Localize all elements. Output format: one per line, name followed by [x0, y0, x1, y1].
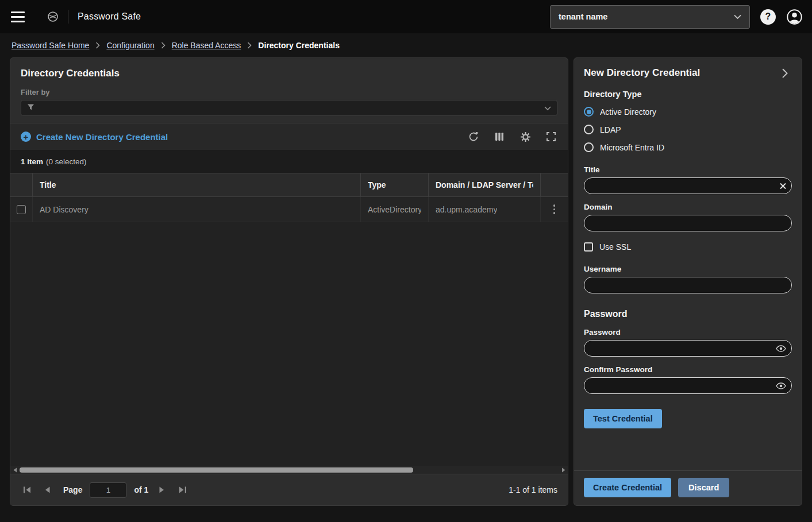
filter-by-label: Filter by [21, 88, 557, 96]
collapse-panel-button[interactable] [778, 66, 792, 80]
radio-label: Microsoft Entra ID [600, 143, 664, 152]
radio-label: LDAP [600, 125, 621, 134]
discard-button[interactable]: Discard [678, 478, 729, 497]
previous-page-button[interactable] [41, 484, 53, 496]
title-field-wrap [584, 177, 792, 194]
create-new-directory-credential-button[interactable]: + Create New Directory Credential [21, 132, 168, 142]
chevron-down-icon[interactable] [544, 103, 551, 113]
column-header-title-label: Title [40, 180, 56, 190]
grid-empty-area [10, 222, 568, 466]
radio-ldap[interactable]: LDAP [584, 125, 792, 134]
radio-active-directory[interactable]: Active Directory [584, 107, 792, 117]
breadcrumb: Password Safe Home Configuration Role Ba… [0, 33, 812, 57]
chevron-right-icon [95, 42, 100, 49]
title-input[interactable] [584, 177, 792, 194]
password-section-heading: Password [584, 309, 792, 319]
checkbox-icon [584, 242, 593, 252]
table-row[interactable]: AD Discovery ActiveDirectory ad.upm.acad… [10, 197, 568, 222]
test-credential-button[interactable]: Test Credential [584, 409, 662, 428]
user-icon [786, 9, 803, 25]
radio-icon [584, 142, 594, 152]
create-credential-button[interactable]: Create Credential [584, 478, 671, 497]
header-checkbox-cell [10, 173, 32, 196]
first-page-button[interactable] [21, 484, 33, 496]
last-page-icon [178, 486, 187, 494]
chevron-right-icon [161, 42, 166, 49]
app-title: Password Safe [78, 11, 141, 22]
confirm-password-input[interactable] [584, 377, 792, 394]
username-field-wrap [584, 277, 792, 293]
expand-grid-button[interactable] [545, 130, 557, 143]
scrollbar-track[interactable] [20, 467, 559, 473]
password-input[interactable] [584, 340, 792, 357]
form-panel-header: New Directory Credential [584, 66, 792, 80]
pagination-bar: Page of 1 1-1 of 1 items [10, 474, 568, 505]
radio-microsoft-entra-id[interactable]: Microsoft Entra ID [584, 142, 792, 152]
breadcrumb-link-role-based-access[interactable]: Role Based Access [172, 41, 241, 50]
tenant-selector[interactable]: tenant name [550, 5, 750, 29]
eye-icon [776, 382, 786, 389]
profile-button[interactable] [786, 9, 803, 25]
grid-settings-button[interactable] [519, 130, 532, 143]
refresh-button[interactable] [467, 130, 480, 143]
row-menu-button[interactable] [548, 203, 561, 216]
breadcrumb-link-configuration[interactable]: Configuration [106, 41, 154, 50]
columns-button[interactable] [493, 130, 506, 143]
selected-count: (0 selected) [46, 157, 87, 166]
menu-bar [11, 21, 25, 22]
password-field-wrap [584, 340, 792, 357]
show-confirm-password-button[interactable] [776, 382, 786, 389]
chevron-down-icon [734, 14, 741, 20]
use-ssl-checkbox-row[interactable]: Use SSL [584, 242, 792, 252]
app-logo-icon [47, 11, 59, 22]
first-page-icon [23, 486, 32, 494]
radio-icon [584, 125, 594, 134]
funnel-icon [27, 103, 34, 113]
credential-title: AD Discovery [40, 205, 88, 214]
kebab-dot [553, 212, 556, 214]
breadcrumb-link-password-safe-home[interactable]: Password Safe Home [11, 41, 89, 50]
filter-input[interactable] [21, 100, 557, 116]
username-input[interactable] [584, 277, 792, 293]
eye-icon [776, 345, 786, 352]
fullscreen-icon [547, 132, 556, 141]
row-actions-cell [540, 197, 568, 222]
menu-bar [11, 11, 25, 13]
confirm-password-field-label: Confirm Password [584, 365, 792, 374]
grid-toolbar-icons [467, 130, 557, 143]
main-content: Directory Credentials Filter by + Create… [0, 57, 812, 506]
menu-bar [11, 16, 25, 18]
clear-title-button[interactable] [780, 183, 786, 189]
column-header-title[interactable]: Title [32, 173, 360, 196]
kebab-dot [553, 208, 556, 211]
column-header-actions [540, 173, 568, 196]
scroll-left-arrow-icon[interactable] [11, 466, 18, 474]
directory-credentials-panel: Directory Credentials Filter by + Create… [10, 57, 568, 506]
scroll-right-arrow-icon[interactable] [560, 466, 567, 474]
new-directory-credential-panel: New Directory Credential Directory Type … [574, 57, 802, 506]
column-header-domain[interactable]: Domain / LDAP Server / Tenant ID [428, 173, 540, 196]
horizontal-scrollbar[interactable] [10, 466, 568, 474]
topbar-divider [68, 10, 68, 24]
next-page-icon [159, 486, 166, 494]
page-number-input[interactable] [90, 482, 126, 498]
use-ssl-label: Use SSL [599, 242, 631, 252]
domain-input[interactable] [584, 215, 792, 231]
columns-icon [495, 132, 504, 141]
scrollbar-thumb[interactable] [20, 467, 413, 473]
tenant-name: tenant name [559, 12, 607, 21]
confirm-password-field-wrap [584, 377, 792, 394]
next-page-button[interactable] [156, 484, 168, 496]
row-domain-cell: ad.upm.academy [428, 197, 540, 222]
item-count: 1 item [21, 157, 43, 166]
column-header-type[interactable]: Type [360, 173, 428, 196]
menu-button[interactable] [9, 8, 26, 25]
help-button[interactable]: ? [760, 9, 776, 25]
row-checkbox[interactable] [17, 205, 26, 214]
column-header-type-label: Type [368, 180, 386, 190]
topbar: Password Safe tenant name ? [0, 0, 812, 33]
last-page-button[interactable] [176, 484, 188, 496]
domain-field-label: Domain [584, 203, 792, 211]
show-password-button[interactable] [776, 345, 786, 352]
kebab-dot [553, 204, 556, 207]
